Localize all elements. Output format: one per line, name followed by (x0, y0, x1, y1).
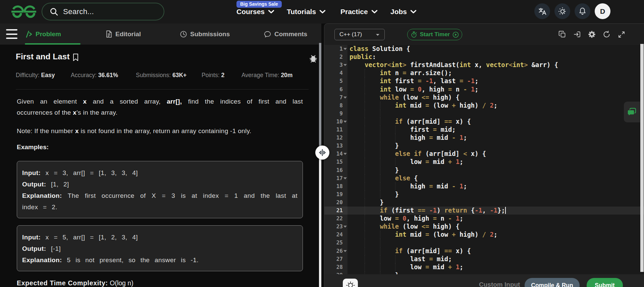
editor-scrollbar-thumb[interactable] (640, 44, 644, 272)
line-number: 17 (324, 174, 343, 182)
fold-arrow-icon[interactable] (343, 48, 347, 50)
import-button[interactable] (573, 31, 581, 38)
tab-label: Editorial (115, 31, 141, 38)
discussion-widget-button[interactable] (624, 102, 640, 122)
hint-bulb-button[interactable] (343, 279, 358, 287)
problem-title: First and Last (16, 52, 79, 61)
indent-guide (380, 239, 380, 247)
notifications-button[interactable] (575, 3, 590, 19)
indent-guide (365, 110, 365, 118)
fold-arrow-icon[interactable] (343, 226, 347, 228)
code-line-text: int mid = (low + high) / 2; (350, 231, 497, 239)
code-line-11[interactable]: 11 first = mid; (324, 126, 644, 134)
expected-time-complexity: Expected Time Complexity: O(log n) (17, 279, 133, 287)
code-line-22[interactable]: 22 low = 0, high = n - 1; (324, 215, 644, 223)
tab-submissions[interactable]: Submissions (180, 23, 230, 45)
code-line-10[interactable]: 10 if (arr[mid] == x) { (324, 118, 644, 126)
code-line-1[interactable]: 1class Solution { (324, 45, 644, 53)
code-line-text: first = mid; (350, 126, 456, 134)
text-segment: Note: If the number (17, 127, 75, 134)
language-select[interactable]: C++ (17) (334, 29, 385, 40)
left-panel-scrollbar-thumb[interactable] (319, 43, 321, 147)
line-number: 1 (324, 45, 343, 53)
fold-arrow-icon[interactable] (343, 177, 347, 179)
code-line-25[interactable]: 25 (324, 239, 644, 247)
code-line-9[interactable]: 9 (324, 110, 644, 118)
nav-link-jobs[interactable]: Jobs (390, 0, 417, 23)
code-line-2[interactable]: 2public: (324, 53, 644, 61)
user-avatar[interactable]: D (595, 3, 610, 19)
code-line-7[interactable]: 7 while (low <= high) { (324, 94, 644, 102)
line-number: 2 (324, 53, 343, 61)
code-editor-panel: C++ (17) Start Timer (324, 23, 644, 287)
example-field-label: Input: (22, 234, 41, 241)
code-line-text: int n = arr.size(); (350, 69, 452, 77)
code-line-3[interactable]: 3 vector<int> firstAndLast(int x, vector… (324, 61, 644, 69)
search-input[interactable]: Search... (42, 3, 164, 20)
code-line-18[interactable]: 18 high = mid - 1; (324, 182, 644, 190)
code-line-text: int low = 0, high = n - 1; (350, 85, 479, 94)
theme-button[interactable] (554, 3, 570, 19)
code-line-4[interactable]: 4 int n = arr.size(); (324, 69, 644, 77)
text-segment: 's in the array. (76, 109, 117, 116)
fold-arrow-icon[interactable] (343, 97, 347, 99)
nav-link-label: Practice (340, 8, 368, 16)
code-line-24[interactable]: 24 int mid = (low + high) / 2; (324, 231, 644, 239)
code-line-20[interactable]: 20 } (324, 198, 644, 207)
code-line-text: vector<int> firstAndLast(int x, vector<i… (350, 61, 558, 69)
submit-button[interactable]: Submit (587, 278, 623, 287)
code-line-8[interactable]: 8 int mid = (low + high) / 2; (324, 102, 644, 110)
code-line-28[interactable]: 28 low = mid + 1; (324, 263, 644, 271)
code-line-14[interactable]: 14 else if (arr[mid] < x) { (324, 150, 644, 158)
code-line-text: else { (350, 174, 418, 182)
timer-icon (411, 31, 417, 38)
menu-icon[interactable] (6, 29, 17, 39)
copy-button[interactable] (558, 31, 566, 38)
doc-icon (106, 30, 112, 38)
code-line-17[interactable]: 17 else { (324, 174, 644, 182)
report-bug-icon[interactable] (309, 54, 318, 64)
reset-button[interactable] (603, 31, 610, 38)
code-line-26[interactable]: 26 if (arr[mid] == x) { (324, 247, 644, 255)
code-line-23[interactable]: 23 while (low <= high) { (324, 223, 644, 231)
code-line-5[interactable]: 5 int first = -1, last = -1; (324, 77, 644, 85)
fold-arrow-icon[interactable] (343, 121, 347, 123)
import-icon (573, 31, 581, 38)
code-line-6[interactable]: 6 int low = 0, high = n - 1; (324, 85, 644, 94)
custom-input-link[interactable]: Custom Input (479, 281, 520, 287)
code-line-12[interactable]: 12 high = mid - 1; (324, 134, 644, 142)
gfg-logo[interactable] (11, 5, 36, 20)
translate-button[interactable] (534, 3, 550, 19)
line-number: 21 (324, 207, 343, 215)
panel-resize-handle[interactable] (315, 146, 329, 160)
nav-link-tutorials[interactable]: Tutorials (287, 0, 326, 23)
tab-editorial[interactable]: Editorial (106, 23, 141, 45)
nav-link-courses[interactable]: CoursesBig Savings Sale (236, 0, 274, 23)
code-line-13[interactable]: 13 } (324, 142, 644, 150)
bookmark-icon[interactable] (72, 53, 79, 61)
line-number: 12 (324, 134, 343, 142)
code-line-text: last = mid; (350, 255, 452, 263)
tab-problem[interactable]: Problem (25, 23, 61, 45)
code-line-21[interactable]: 21 if (first == -1) return {-1, -1}; (324, 207, 644, 215)
example-explanation: Explanation: The first occurrence of X =… (22, 190, 298, 202)
settings-button[interactable] (588, 31, 596, 38)
editor-scrollbar-track[interactable] (640, 44, 644, 274)
code-line-27[interactable]: 27 last = mid; (324, 255, 644, 263)
start-timer-button[interactable]: Start Timer (407, 29, 462, 40)
nav-link-practice[interactable]: Practice (340, 0, 378, 23)
fold-arrow-icon[interactable] (343, 250, 347, 252)
code-line-text: high = mid - 1; (350, 182, 467, 190)
code-line-15[interactable]: 15 low = mid + 1; (324, 158, 644, 166)
text-segment: Given an element (17, 98, 83, 105)
fullscreen-button[interactable] (618, 31, 625, 38)
code-line-19[interactable]: 19 } (324, 190, 644, 198)
code-editor[interactable]: 1class Solution {2public:3 vector<int> f… (324, 45, 644, 275)
code-line-16[interactable]: 16 } (324, 166, 644, 174)
fold-arrow-icon[interactable] (343, 153, 347, 155)
text-segment: arr[], (167, 98, 182, 105)
line-number: 6 (324, 85, 343, 94)
tab-comments[interactable]: Comments (264, 23, 307, 45)
compile-run-button[interactable]: Compile & Run (525, 278, 580, 287)
fold-arrow-icon[interactable] (343, 64, 347, 66)
